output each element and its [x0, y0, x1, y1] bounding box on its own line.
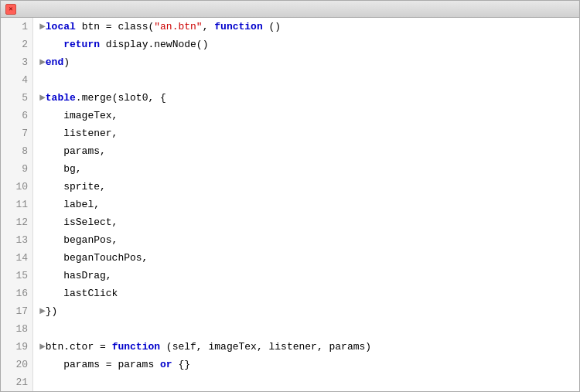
line-number: 18	[1, 320, 32, 338]
line-number: 5	[1, 89, 32, 107]
code-line: return display.newNode()	[39, 36, 579, 53]
code-line: sprite,	[39, 178, 579, 196]
line-number: 15	[1, 267, 32, 285]
line-number: 6	[1, 107, 32, 124]
code-line: ►})	[39, 302, 579, 320]
code-line: ►btn.ctor = function (self, imageTex, li…	[39, 338, 579, 356]
line-number: 11	[1, 196, 32, 213]
line-number: 4	[1, 71, 32, 89]
line-number: 20	[1, 356, 32, 373]
code-line: isSelect,	[39, 213, 579, 231]
code-line	[39, 373, 579, 391]
code-line: beganPos,	[39, 231, 579, 249]
line-numbers: 123456789101112131415161718192021	[1, 18, 33, 391]
code-line: listener,	[39, 124, 579, 142]
code-line: bg,	[39, 160, 579, 178]
code-area[interactable]: ►local btn = class("an.btn", function ()…	[33, 18, 579, 391]
line-number: 14	[1, 249, 32, 267]
code-line	[39, 320, 579, 338]
editor-area[interactable]: 123456789101112131415161718192021 ►local…	[1, 18, 579, 391]
line-number: 12	[1, 213, 32, 231]
code-line	[39, 71, 579, 89]
main-window: ✕ 123456789101112131415161718192021 ►loc…	[0, 0, 580, 392]
line-number: 21	[1, 373, 32, 391]
code-line: ►end)	[39, 53, 579, 71]
line-number: 19	[1, 338, 32, 356]
code-line: params,	[39, 142, 579, 160]
code-line: ►local btn = class("an.btn", function ()	[39, 18, 579, 36]
title-bar: ✕	[1, 1, 579, 18]
code-line: ►table.merge(slot0, {	[39, 89, 579, 107]
code-line: params = params or {}	[39, 356, 579, 373]
code-line: label,	[39, 196, 579, 213]
line-number: 9	[1, 160, 32, 178]
line-number: 10	[1, 178, 32, 196]
line-number: 16	[1, 285, 32, 302]
code-line: hasDrag,	[39, 267, 579, 285]
line-number: 1	[1, 18, 32, 36]
code-line: beganTouchPos,	[39, 249, 579, 267]
line-number: 3	[1, 53, 32, 71]
code-line: imageTex,	[39, 107, 579, 124]
line-number: 13	[1, 231, 32, 249]
code-line: lastClick	[39, 285, 579, 302]
close-button[interactable]: ✕	[5, 4, 16, 15]
line-number: 17	[1, 302, 32, 320]
line-number: 7	[1, 124, 32, 142]
line-number: 2	[1, 36, 32, 53]
line-number: 8	[1, 142, 32, 160]
